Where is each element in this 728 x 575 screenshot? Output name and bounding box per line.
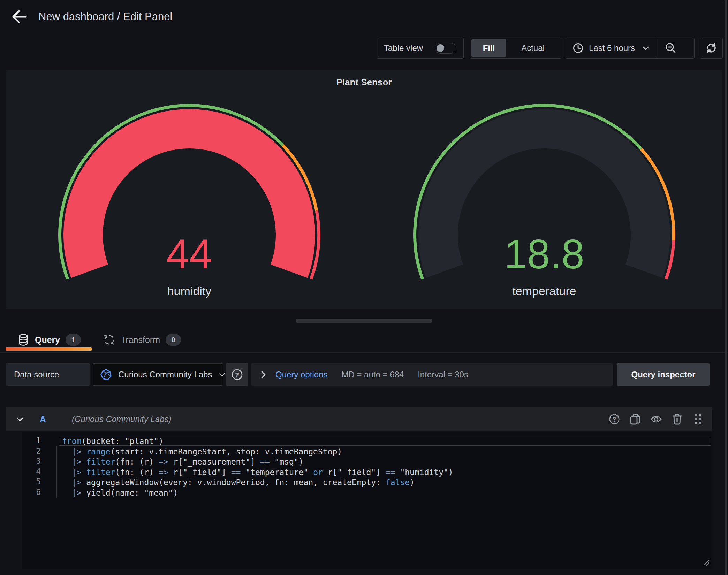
tab-query-count: 1 (66, 334, 81, 346)
code-text: from(bucket: "plant") (59, 436, 711, 446)
code-text: |> filter(fn: (r) => r["_field"] == "tem… (59, 467, 712, 477)
svg-text:?: ? (613, 416, 616, 423)
table-view-label: Table view (384, 43, 423, 53)
page-title: New dashboard / Edit Panel (38, 6, 172, 27)
clock-icon (572, 42, 584, 54)
code-line[interactable]: 2 |> range(start: v.timeRangeStart, stop… (22, 446, 712, 457)
transform-icon (103, 334, 115, 346)
table-view-toggle[interactable] (435, 43, 456, 54)
code-lines: 1from(bucket: "plant")2 |> range(start: … (22, 436, 712, 497)
zoom-out-button[interactable] (658, 38, 683, 58)
max-datapoints-stat: MD = auto = 684 (341, 370, 404, 380)
chevron-down-icon (640, 42, 652, 54)
tab-transform[interactable]: Transform 0 (98, 329, 189, 351)
code-line[interactable]: 6 |> yield(name: "mean") (22, 487, 712, 498)
query-options-bar: Query options MD = auto = 684 Interval =… (251, 363, 613, 386)
chevron-right-icon (260, 370, 267, 379)
tab-transform-count: 0 (166, 334, 181, 346)
drag-handle-icon[interactable] (692, 413, 704, 425)
tab-query-label: Query (35, 335, 60, 345)
query-options-toggle[interactable]: Query options (260, 370, 327, 380)
copy-icon (630, 413, 641, 425)
query-actions: ? (608, 413, 704, 425)
help-circle-icon: ? (231, 368, 243, 381)
line-number: 1 (22, 436, 41, 446)
help-circle-icon: ? (608, 413, 620, 425)
query-help-button[interactable]: ? (608, 413, 620, 425)
actual-button[interactable]: Actual (506, 39, 560, 57)
line-number: 5 (22, 477, 41, 487)
gauge-value: 44 (53, 233, 325, 275)
code-text: |> yield(name: "mean") (59, 487, 712, 498)
editor-resize-grip[interactable] (703, 559, 710, 567)
collapse-chevron-icon[interactable] (14, 413, 26, 425)
interval-stat: Interval = 30s (418, 370, 468, 380)
fill-actual-group: Fill Actual (470, 38, 561, 59)
active-tab-indicator (6, 347, 92, 351)
toggle-knob (437, 44, 444, 52)
code-line[interactable]: 4 |> filter(fn: (r) => r["_field"] == "t… (22, 467, 712, 477)
time-range-picker[interactable]: Last 6 hours (566, 38, 658, 58)
datasource-label: Data source (6, 363, 90, 386)
code-line[interactable]: 3 |> filter(fn: (r) => r["_measurement"]… (22, 456, 712, 467)
duplicate-query-button[interactable] (629, 413, 641, 425)
zoom-out-icon (665, 42, 677, 54)
visualization-panel: Plant Sensor 44 humidity 18.8 temperatur… (6, 70, 722, 309)
code-line[interactable]: 5 |> aggregateWindow(every: v.windowPeri… (22, 477, 712, 487)
fill-button[interactable]: Fill (471, 39, 506, 57)
panel-title: Plant Sensor (6, 77, 722, 88)
query-row-header[interactable]: A (Curious Community Labs) ? (6, 407, 712, 431)
refresh-button[interactable] (700, 38, 723, 59)
line-number: 6 (22, 487, 41, 498)
gauge-label: humidity (53, 284, 325, 298)
toggle-visibility-button[interactable] (650, 413, 662, 425)
chevron-down-icon (218, 369, 226, 381)
gauge-value: 18.8 (408, 233, 680, 275)
table-view-control: Table view (377, 38, 464, 59)
gauge-humidity: 44 humidity (53, 94, 325, 304)
query-ref-id: A (40, 414, 46, 424)
datasource-picker[interactable]: Curious Community Labs (93, 363, 223, 386)
svg-text:?: ? (235, 371, 239, 378)
grafana-edit-panel: New dashboard / Edit Panel Table view Fi… (0, 0, 728, 575)
flux-query-editor[interactable]: 1from(bucket: "plant")2 |> range(start: … (22, 432, 712, 569)
influxdb-icon (100, 369, 112, 381)
code-line[interactable]: 1from(bucket: "plant") (22, 436, 712, 446)
page-scrollbar[interactable] (725, 0, 727, 575)
code-text: |> aggregateWindow(every: v.windowPeriod… (59, 477, 712, 487)
refresh-icon (705, 42, 718, 54)
time-range-label: Last 6 hours (589, 43, 635, 53)
line-number: 4 (22, 467, 41, 477)
line-number: 2 (22, 446, 41, 457)
query-datasource-hint: (Curious Community Labs) (72, 414, 608, 424)
delete-query-button[interactable] (671, 413, 683, 425)
datasource-name: Curious Community Labs (118, 370, 212, 380)
code-text: |> range(start: v.timeRangeStart, stop: … (59, 446, 712, 457)
query-inspector-button[interactable]: Query inspector (617, 363, 710, 386)
database-icon (17, 334, 29, 346)
query-options-label: Query options (275, 370, 327, 380)
datasource-help-button[interactable]: ? (226, 363, 248, 386)
back-button[interactable] (10, 8, 29, 26)
gauge-label: temperature (408, 284, 680, 298)
editor-tabbar: Query 1 Transform 0 (0, 329, 728, 353)
time-range-group: Last 6 hours (566, 38, 695, 59)
trash-icon (672, 413, 682, 425)
eye-icon (650, 414, 662, 424)
gauge-temperature: 18.8 temperature (408, 94, 680, 304)
line-number: 3 (22, 456, 41, 467)
tab-transform-label: Transform (121, 335, 160, 345)
panel-resize-handle[interactable] (296, 319, 432, 323)
code-text: |> filter(fn: (r) => r["_measurement"] =… (59, 456, 712, 467)
